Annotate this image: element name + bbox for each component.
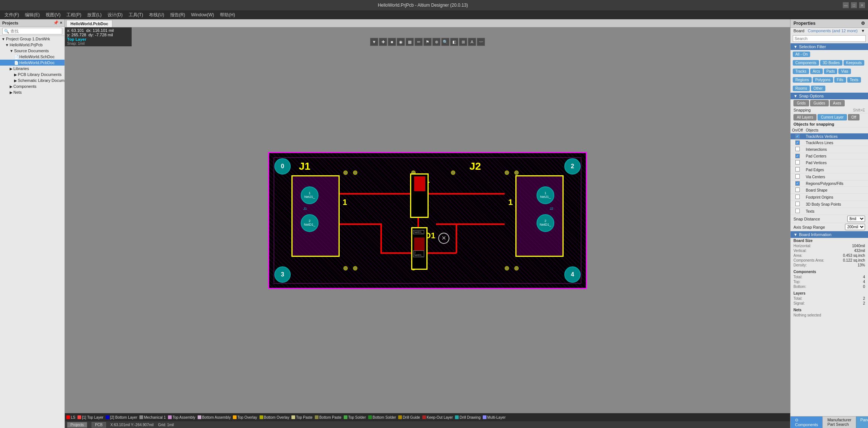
menu-window[interactable]: Window(W)	[188, 11, 217, 18]
snap-row-pad-edges[interactable]: Pad Edges	[791, 166, 868, 173]
chip-3d-bodies[interactable]: 3D Bodies	[820, 60, 842, 66]
pcb-canvas[interactable]: x: 63.101 dx: 116.101 mil y: 265.728 dy:…	[65, 27, 790, 413]
layer-top[interactable]: [1] Top Layer	[77, 415, 103, 419]
snap-row-intersections[interactable]: Intersections	[791, 146, 868, 153]
search-input[interactable]	[2, 28, 62, 34]
cb-pad-centers[interactable]	[795, 154, 800, 158]
cb-pad-vertices[interactable]	[795, 160, 800, 165]
right-panel-settings-icon[interactable]: ⚙	[861, 21, 865, 26]
selection-filter-header[interactable]: ▼ Selection Filter	[791, 43, 868, 50]
snap-row-pad-vertices[interactable]: Pad Vertices	[791, 159, 868, 166]
chip-rooms[interactable]: Rooms	[793, 86, 810, 91]
tree-item-helloworld-prjpcb[interactable]: ▼ HelloWorld.PrjPcb	[0, 42, 65, 48]
tree-item-nets[interactable]: ▶ Nets	[0, 89, 65, 95]
layer-keepout[interactable]: Keep-Out Layer	[422, 415, 453, 419]
cb-footprint-origins[interactable]	[795, 195, 800, 199]
tree-item-pcb-lib[interactable]: ▶ PCB Library Documents	[0, 72, 65, 77]
cb-track-arcs-lines[interactable]	[795, 140, 800, 145]
snap-row-texts[interactable]: Texts	[791, 208, 868, 215]
chip-pads[interactable]: Pads	[824, 69, 838, 74]
minimize-btn[interactable]: —	[843, 2, 849, 8]
chip-keepouts[interactable]: Keepouts	[844, 60, 864, 66]
status-tab-projects[interactable]: Projects	[67, 422, 87, 428]
panel-close-icon[interactable]: ×	[60, 20, 62, 25]
menu-edit[interactable]: 编辑(E)	[22, 11, 43, 19]
tree-item-components[interactable]: ▶ Components	[0, 83, 65, 89]
pcb-tb-zoom[interactable]: 🔍	[441, 38, 449, 46]
maximize-btn[interactable]: □	[851, 2, 857, 8]
snap-off-btn[interactable]: Off	[848, 114, 859, 120]
menu-design[interactable]: 设计(D)	[105, 11, 126, 19]
cb-pad-edges[interactable]	[795, 167, 800, 172]
pcb-tb-layer[interactable]: ◧	[450, 38, 458, 46]
cb-board-shape[interactable]	[795, 188, 800, 192]
tree-item-pcbdoc[interactable]: 📄 HelloWorld.PcbDoc	[0, 60, 65, 66]
tree-item-project-group[interactable]: ▼ Project Group 1.DsnWrk	[0, 36, 65, 42]
cb-track-arcs-vertices[interactable]	[795, 134, 800, 139]
layer-drill-guide[interactable]: Drill Guide	[398, 415, 420, 419]
layer-top-paste[interactable]: Top Paste	[291, 415, 312, 419]
snap-row-board-shape[interactable]: Board Shape	[791, 187, 868, 194]
pcb-tb-circle[interactable]: ◉	[397, 38, 405, 46]
chip-all-on[interactable]: All - On	[793, 52, 810, 57]
menu-view[interactable]: 视图(V)	[43, 11, 63, 19]
snap-current-layer-btn[interactable]: Current Layer	[818, 114, 847, 120]
chip-fills[interactable]: Fills	[834, 77, 846, 83]
close-btn[interactable]: ×	[859, 2, 865, 8]
snap-row-3d-body[interactable]: 3D Body Snap Points	[791, 201, 868, 208]
tree-item-sch-lib[interactable]: ▶ Schematic Library Documen	[0, 77, 65, 83]
menu-help[interactable]: 帮助(H)	[217, 11, 238, 19]
pcb-tb-flag[interactable]: ⚑	[423, 38, 432, 46]
cb-texts[interactable]	[795, 209, 800, 213]
right-search-input[interactable]	[793, 35, 866, 42]
tab-manufacturer[interactable]: Manufacturer Part Search	[823, 417, 856, 428]
chip-polygons[interactable]: Polygons	[813, 77, 833, 83]
pcb-tb-text[interactable]: A	[468, 38, 476, 46]
tab-components[interactable]: ⊙ Components	[791, 417, 823, 428]
chip-arcs[interactable]: Arcs	[810, 69, 823, 74]
menu-route[interactable]: 布线(U)	[146, 11, 167, 19]
pcb-tb-wave[interactable]: 〰	[477, 38, 485, 46]
chip-other[interactable]: Other	[811, 86, 825, 91]
snap-row-track-arcs-vertices[interactable]: Track/Arcs Vertices	[791, 133, 868, 140]
snap-guides-btn[interactable]: Guides	[810, 100, 829, 106]
tree-item-source-docs[interactable]: ▼ Source Documents	[0, 48, 65, 54]
layer-multi[interactable]: Multi-Layer	[483, 415, 505, 419]
panels-button[interactable]: Panels	[856, 417, 868, 428]
doc-tab-pcbdoc[interactable]: HelloWorld.PcbDoc	[66, 20, 112, 27]
layer-top-solder[interactable]: Top Solder	[344, 415, 366, 419]
tree-item-schdoc[interactable]: 📄 HelloWorld.SchDoc	[0, 54, 65, 60]
cb-intersections[interactable]	[795, 147, 800, 151]
panel-pin-icon[interactable]: 📌	[53, 20, 59, 25]
layer-drill-drawing[interactable]: Drill Drawing	[455, 415, 481, 419]
snap-row-via-centers[interactable]: Via Centers	[791, 173, 868, 180]
snap-row-footprint-origins[interactable]: Footprint Origins	[791, 194, 868, 201]
chip-texts[interactable]: Texts	[847, 77, 861, 83]
axis-snap-select[interactable]: 200mil 100mil	[845, 224, 865, 230]
pcb-tb-filter[interactable]: ▼	[370, 38, 378, 46]
pcb-tb-grid[interactable]: ▦	[406, 38, 414, 46]
cb-via-centers[interactable]	[795, 174, 800, 179]
layer-bottom[interactable]: [2] Bottom Layer	[106, 415, 137, 419]
snap-row-pad-centers[interactable]: Pad Centers	[791, 153, 868, 159]
cb-regions[interactable]	[795, 181, 800, 186]
pcb-tb-select[interactable]: ■	[388, 38, 396, 46]
chip-regions[interactable]: Regions	[793, 77, 812, 83]
tree-item-libraries[interactable]: ▶ Libraries	[0, 66, 65, 72]
chip-tracks[interactable]: Tracks	[793, 69, 809, 74]
menu-file[interactable]: 文件(F)	[1, 11, 22, 19]
pcb-tb-pencil[interactable]: ✏	[415, 38, 423, 46]
layer-bottom-overlay[interactable]: Bottom Overlay	[260, 415, 290, 419]
chip-vias[interactable]: Vias	[838, 69, 851, 74]
menu-report[interactable]: 报告(R)	[167, 11, 188, 19]
board-info-header[interactable]: ▼ Board Information	[791, 231, 868, 238]
snap-distance-select[interactable]: 8mil 4mil 12mil	[847, 216, 865, 222]
layer-bottom-paste[interactable]: Bottom Paste	[315, 415, 341, 419]
filter-icon[interactable]: ▼	[861, 29, 865, 33]
snap-all-layers-btn[interactable]: All Layers	[793, 114, 816, 120]
chip-components[interactable]: Components	[793, 60, 819, 66]
layer-bottom-solder[interactable]: Bottom Solder	[368, 415, 396, 419]
layer-top-assembly[interactable]: Top Assembly	[168, 415, 195, 419]
pcb-tb-add[interactable]: ✚	[379, 38, 387, 46]
snap-options-header[interactable]: ▼ Snap Options	[791, 93, 868, 99]
